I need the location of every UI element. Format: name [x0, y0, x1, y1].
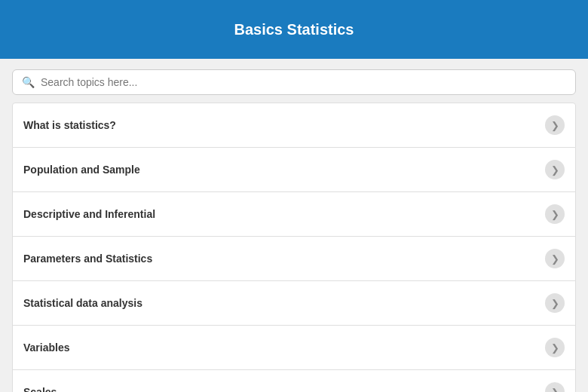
chevron-right-icon: ❯ [545, 160, 565, 179]
header: Basics Statistics [0, 0, 588, 59]
topic-item-parameters-and-statistics[interactable]: Parameters and Statistics❯ [12, 237, 576, 281]
chevron-right-icon: ❯ [545, 204, 565, 224]
topics-list: What is statistics?❯Population and Sampl… [12, 103, 576, 392]
topic-item-scales[interactable]: Scales❯ [12, 370, 576, 392]
search-icon: 🔍 [22, 76, 35, 88]
chevron-right-icon: ❯ [545, 249, 565, 268]
content-area: 🔍 What is statistics?❯Population and Sam… [0, 59, 588, 392]
topic-item-statistical-data-analysis[interactable]: Statistical data analysis❯ [12, 281, 576, 326]
topic-item-descriptive-and-inferential[interactable]: Descriptive and Inferential❯ [12, 192, 576, 237]
search-container: 🔍 [12, 69, 576, 95]
chevron-right-icon: ❯ [545, 382, 565, 392]
chevron-right-icon: ❯ [545, 338, 565, 357]
topic-item-what-is-statistics[interactable]: What is statistics?❯ [12, 103, 576, 148]
topic-item-variables[interactable]: Variables❯ [12, 326, 576, 370]
topic-label: Statistical data analysis [23, 297, 142, 309]
topic-label: Descriptive and Inferential [23, 208, 155, 220]
chevron-right-icon: ❯ [545, 115, 565, 135]
topic-label: Scales [23, 386, 57, 392]
app-container: Basics Statistics 🔍 What is statistics?❯… [0, 0, 588, 392]
search-input[interactable] [41, 76, 566, 88]
topic-label: Parameters and Statistics [23, 253, 152, 265]
topic-label: Variables [23, 341, 70, 354]
topic-label: What is statistics? [23, 119, 116, 131]
chevron-right-icon: ❯ [545, 293, 565, 313]
topic-item-population-and-sample[interactable]: Population and Sample❯ [12, 148, 576, 192]
topic-label: Population and Sample [23, 164, 140, 176]
page-title: Basics Statistics [234, 21, 354, 38]
